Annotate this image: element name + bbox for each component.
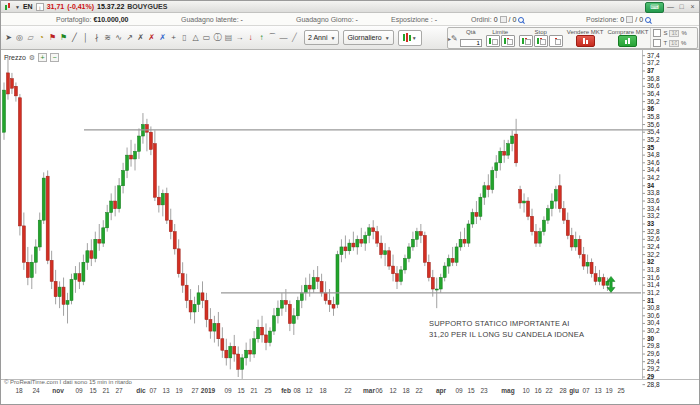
close-button[interactable]: ×: [688, 3, 697, 12]
hline-tool-icon[interactable]: —: [278, 31, 289, 45]
price-chart[interactable]: 37,437,23736,836,636,436,23635,835,635,4…: [1, 50, 700, 405]
buy-market-button[interactable]: [618, 35, 637, 47]
candle: [181, 274, 184, 285]
arrow-down-tool-icon[interactable]: ↓: [245, 31, 256, 45]
move-tool-icon[interactable]: +: [168, 31, 179, 45]
timeframe-select[interactable]: Giornaliero ▼: [343, 30, 393, 45]
sell-market-button[interactable]: [576, 35, 595, 47]
arrow-up-tool-icon[interactable]: ↑: [256, 31, 267, 45]
candle: [265, 335, 268, 343]
date-label: 22: [545, 387, 553, 394]
buy-flag-tool-icon[interactable]: ⚑: [58, 31, 69, 45]
candle: [427, 262, 430, 277]
rectangle-tool-icon[interactable]: ▭: [201, 31, 212, 45]
stop-distance-input[interactable]: [669, 30, 679, 37]
trash-tool-icon[interactable]: ▯: [179, 31, 190, 45]
candle: [519, 190, 522, 203]
position-list-icon[interactable]: [626, 16, 633, 23]
alert-tool-icon[interactable]: ◔: [36, 31, 47, 45]
vertical-line-tool-icon[interactable]: │: [80, 31, 91, 45]
candle: [582, 255, 585, 266]
candle: [392, 266, 395, 274]
candle: [606, 281, 609, 285]
workspace-label: EN: [23, 3, 33, 10]
instrument-info-icon[interactable]: i: [36, 3, 44, 11]
candle: [149, 132, 152, 149]
candle: [118, 186, 121, 209]
stop-percent-label: %: [681, 30, 686, 36]
candle: [126, 155, 129, 170]
price-tick-label: 35: [647, 144, 655, 151]
target-distance-input[interactable]: [669, 40, 679, 47]
chevron-down-icon[interactable]: ▼: [15, 4, 20, 10]
lasso-tool-icon[interactable]: ⌒: [267, 31, 278, 45]
fibonacci-tool-icon[interactable]: ≋: [102, 31, 113, 45]
trendline-tool-icon[interactable]: ╱: [69, 31, 80, 45]
price-tick-label: 34: [647, 182, 655, 189]
arrow-right-tool-icon[interactable]: →: [234, 31, 245, 45]
sell-limit-button[interactable]: [501, 35, 515, 47]
sell-flag-tool-icon[interactable]: ⚑: [47, 31, 58, 45]
candle: [90, 251, 93, 259]
gear-icon[interactable]: ⚙: [29, 54, 35, 62]
candle: [503, 151, 506, 155]
candle: [574, 239, 577, 247]
zoom-tool-icon[interactable]: ◎: [14, 31, 25, 45]
candle: [332, 304, 335, 308]
latent-gain-info: Guadagno latente: -: [181, 16, 243, 23]
target-checkbox[interactable]: [653, 39, 661, 47]
candle: [479, 197, 482, 216]
price-tick-label: 34,2: [647, 174, 660, 181]
position-search-icon[interactable]: [645, 17, 651, 23]
oblique-tool-icon[interactable]: ╱: [289, 31, 300, 45]
provider-credit: © ProRealTime.com: [4, 379, 58, 385]
date-label: 12: [389, 387, 397, 394]
eraser-tool-icon[interactable]: ▱: [25, 31, 36, 45]
candle: [483, 186, 486, 197]
keyboard-shortcut-button[interactable]: ⌨: [645, 2, 664, 13]
extended-line-tool-icon[interactable]: ∤: [91, 31, 102, 45]
chart-type-button[interactable]: ▼: [398, 30, 422, 46]
trend-arrow-tool-icon[interactable]: ↗: [124, 31, 135, 45]
candle: [14, 86, 17, 96]
candle: [411, 239, 414, 247]
cursor-tool-icon[interactable]: ➤: [3, 31, 14, 45]
minimize-button[interactable]: —: [666, 3, 675, 12]
price-tick-label: 29,4: [647, 358, 660, 365]
period-select[interactable]: 2 Anni ▼: [304, 30, 339, 45]
orders-list-icon[interactable]: [500, 16, 507, 23]
buy-stop-button[interactable]: [519, 35, 533, 47]
delete-all-tool-icon[interactable]: ✗: [157, 31, 168, 45]
candle: [463, 239, 466, 243]
stop-checkbox[interactable]: [653, 29, 661, 37]
quantity-label: Qtà: [466, 29, 476, 35]
zoom-in-button[interactable]: +: [38, 53, 47, 62]
position-total-count: 0: [639, 16, 643, 23]
quote-time: 15.37.22: [97, 3, 124, 10]
sell-stop-button[interactable]: [534, 35, 548, 47]
strike-tool-icon[interactable]: ✗: [135, 31, 146, 45]
candle: [380, 243, 383, 254]
zigzag-tool-icon[interactable]: ∿: [113, 31, 124, 45]
info-tool-icon[interactable]: ⓘ: [212, 31, 223, 45]
candle: [407, 247, 410, 258]
delete-object-tool-icon[interactable]: ✗: [146, 31, 157, 45]
triangle-tool-icon[interactable]: △: [190, 31, 201, 45]
stop-target-options: S % T %: [650, 28, 688, 48]
candle: [58, 287, 61, 297]
trailing-stop-button[interactable]: [549, 35, 563, 47]
note-tool-icon[interactable]: ▤: [223, 31, 234, 45]
buy-limit-button[interactable]: [486, 35, 500, 47]
edit-order-icon[interactable]: ✎: [451, 34, 458, 43]
candle: [253, 339, 256, 354]
candle: [74, 274, 77, 280]
quantity-input[interactable]: [460, 39, 482, 47]
date-label: mar: [363, 387, 375, 394]
candle: [130, 155, 133, 159]
candle: [435, 289, 438, 290]
candle: [157, 197, 160, 205]
orders-search-icon[interactable]: [518, 17, 524, 23]
date-label: 07: [149, 387, 157, 394]
zoom-out-button[interactable]: −: [50, 53, 59, 62]
maximize-button[interactable]: □: [677, 3, 686, 12]
